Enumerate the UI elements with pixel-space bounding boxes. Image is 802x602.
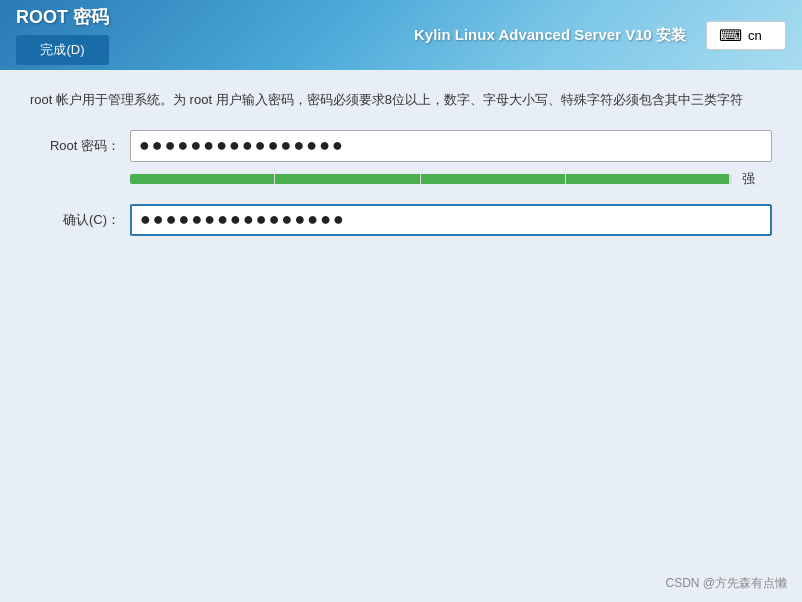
strength-seg-4	[566, 174, 729, 184]
strength-seg-1	[130, 174, 274, 184]
strength-label: 强	[742, 170, 772, 188]
header-left: ROOT 密码 完成(D)	[16, 5, 109, 65]
page-title: ROOT 密码	[16, 5, 109, 29]
header: ROOT 密码 完成(D) Kylin Linux Advanced Serve…	[0, 0, 802, 70]
password-input[interactable]	[130, 130, 772, 162]
description-text: root 帐户用于管理系统。为 root 用户输入密码，密码必须要求8位以上，数…	[30, 90, 772, 110]
password-label: Root 密码：	[30, 137, 120, 155]
kylin-title: Kylin Linux Advanced Server V10 安装	[414, 26, 686, 45]
keyboard-icon: ⌨	[719, 26, 742, 45]
confirm-label: 确认(C)：	[30, 211, 120, 229]
main-content: root 帐户用于管理系统。为 root 用户输入密码，密码必须要求8位以上，数…	[0, 70, 802, 264]
strength-row: 强	[30, 170, 772, 188]
done-button[interactable]: 完成(D)	[16, 35, 109, 65]
confirm-input[interactable]	[130, 204, 772, 236]
strength-segments	[130, 174, 732, 184]
watermark: CSDN @方先森有点懒	[665, 575, 787, 592]
header-right: Kylin Linux Advanced Server V10 安装 ⌨ cn	[414, 21, 786, 50]
strength-seg-2	[275, 174, 419, 184]
lang-value: cn	[748, 28, 762, 43]
password-row: Root 密码：	[30, 130, 772, 162]
lang-selector[interactable]: ⌨ cn	[706, 21, 786, 50]
confirm-row: 确认(C)：	[30, 204, 772, 236]
strength-seg-3	[421, 174, 565, 184]
strength-bar-container	[130, 174, 732, 184]
